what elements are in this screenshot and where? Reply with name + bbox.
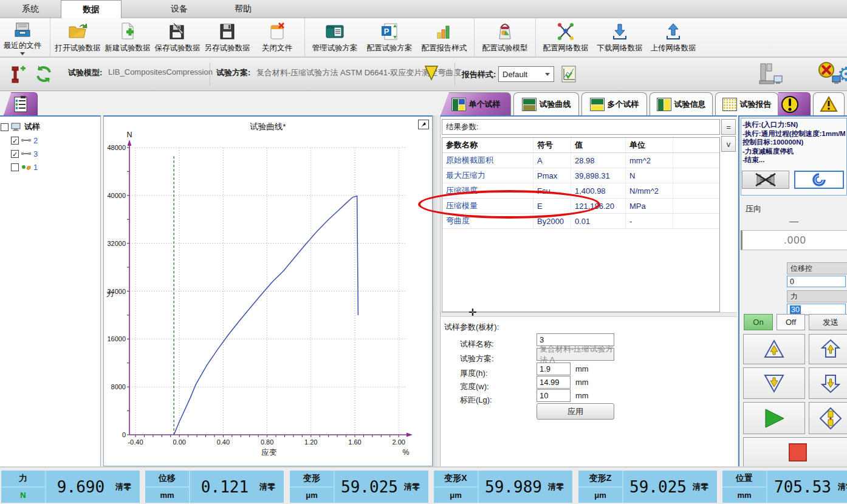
displacement-mode-label[interactable]: 位移控 [787,262,847,274]
save-floppy-pencil-icon [168,21,187,42]
fast-up-button[interactable] [743,334,805,364]
apply-button[interactable]: 应用 [537,403,614,420]
menu-device[interactable]: 设备 [149,0,210,18]
extensometer-disabled-button[interactable] [742,171,789,189]
channel-unit: μm [290,488,334,503]
horizontal-splitter[interactable]: ✛ [441,312,737,317]
zero-button[interactable]: 清零 [259,471,284,503]
tree-item-2-checkbox[interactable] [11,163,19,171]
channel-value: 59.025 [335,471,404,503]
scheme-label: 试验方案: [216,67,250,78]
off-button[interactable]: Off [777,314,805,330]
tree-item[interactable]: 1 [0,160,100,174]
divider [210,63,210,86]
zero-button[interactable]: 清零 [115,471,140,503]
svg-text:2.00: 2.00 [392,438,405,446]
settings-gear-icon[interactable]: ⚙ [837,63,847,86]
menu-help[interactable]: 帮助 [213,0,273,18]
test-curve-icon [522,98,537,111]
session-info-bar: 试验模型: LIB_CompositesCompression 试验方案: 复合… [0,58,847,91]
zero-button[interactable]: 清零 [548,471,572,503]
fast-up-icon [763,339,785,359]
tree-root[interactable]: 试样 [0,120,100,134]
thickness-input[interactable] [537,363,571,375]
tree-item[interactable]: ✓ 2 [0,134,100,147]
open-data-button[interactable]: 打开试验数据 [53,19,103,55]
save-as-data-button[interactable]: 另存试验数据 [202,19,252,55]
width-input[interactable] [537,376,571,389]
save-data-button[interactable]: 保存试验数据 [153,19,202,55]
scroll-down-button[interactable]: v [721,136,736,152]
report-style-button[interactable]: 配置报告样式 [417,19,472,55]
svg-text:N: N [126,131,132,139]
download-network-button[interactable]: 下载网络数据 [593,19,646,55]
close-file-button[interactable]: 关闭文件 [252,19,302,55]
channel-value: 59.025 [623,471,693,503]
network-nodes-icon [556,21,575,42]
force-reading-panel: 力N 9.690 清零 [1,471,140,503]
recent-files-button[interactable]: 最近的文件 [0,19,47,55]
tab-warning[interactable] [813,92,845,115]
force-mode-label[interactable]: 力 [787,290,847,302]
new-specimen-icon[interactable] [7,65,27,84]
panel-menu-button[interactable]: = [721,119,736,135]
tree-item[interactable]: ✓ 3 [0,147,100,160]
tab-specimen-list[interactable] [4,92,38,115]
gauge-unit: mm [575,391,589,400]
tab-test-report[interactable]: 试验报告 [715,92,778,115]
upload-network-button[interactable]: 上传网络数据 [646,19,700,55]
channel-value: 0.121 [190,471,259,503]
stop-button[interactable] [743,437,847,468]
specimen-diamond-icon [819,407,842,430]
tree-item-1-checkbox[interactable]: ✓ [11,150,19,158]
report-style-select[interactable]: Default [498,66,554,82]
results-table: 参数名称 符号 值 单位 原始横截面积 A 28.98 mm^2 最大压缩力 P… [442,137,720,312]
vertical-splitter[interactable] [433,115,441,466]
table-row[interactable]: 压缩强度 Fcu 1,400.98 N/mm^2 [442,183,719,199]
deformation-x-reading-panel: 变形Xμm 59.989 清零 [434,471,572,503]
on-button[interactable]: On [744,314,773,330]
table-row-bending-highlighted[interactable]: 弯曲度 By2000 0.01 - [442,214,719,229]
network-config-button[interactable]: 配置网络数据 [538,19,593,55]
refresh-icon[interactable] [33,64,54,84]
config-scheme-button[interactable]: P 配置试验方案 [362,19,417,55]
table-row[interactable]: 原始横截面积 A 28.98 mm^2 [442,153,719,168]
channel-value: 9.690 [46,471,115,503]
send-button[interactable]: 发送 [809,314,847,330]
gauge-input[interactable] [537,389,571,402]
zero-button[interactable]: 清零 [838,471,847,503]
tab-multi-specimen[interactable]: 多个试样 [581,92,647,115]
tab-test-info[interactable]: 试验信息 [650,92,713,115]
manage-scheme-button[interactable]: 管理试验方案 [307,19,362,55]
zero-button[interactable]: 清零 [693,471,717,503]
step-down-button[interactable] [809,367,847,399]
table-row[interactable]: 最大压缩力 Pmax 39,898.31 N [442,168,719,183]
new-data-button[interactable]: 新建试验数据 [103,19,153,55]
new-file-icon [118,21,137,42]
menu-system[interactable]: 系统 [0,0,61,18]
tab-single-specimen[interactable]: 单个试样 [441,92,511,115]
grip-specimen-button[interactable] [809,402,847,434]
displacement-target-input[interactable]: 0 [787,276,846,287]
menu-data[interactable]: 数据 [61,0,122,18]
close-file-icon [268,21,286,42]
save-as-floppy-icon [218,21,236,42]
zero-button[interactable]: 清零 [404,471,428,503]
publisher-doc-icon: P [380,21,399,42]
filter-triangle-icon[interactable] [424,65,439,81]
report-preview-button[interactable] [560,65,578,83]
results-header-row: 参数名称 符号 值 单位 [442,138,719,153]
tree-item-0-checkbox[interactable]: ✓ [11,137,19,145]
table-row[interactable]: 压缩模量 E 121,186.20 MPa [442,199,719,214]
channel-unit: mm [145,488,189,503]
start-test-button[interactable] [743,402,805,434]
step-up-button[interactable] [809,334,847,364]
config-model-button[interactable]: 配置试验模型 [477,19,533,55]
fast-down-button[interactable] [743,367,805,399]
tab-test-curve[interactable]: 试验曲线 [513,92,579,115]
tree-root-checkbox[interactable] [1,123,9,131]
direction-label: 压向 [746,203,761,214]
machine-status-icon[interactable] [758,63,785,87]
reconnect-button[interactable] [794,171,844,189]
specimen-name-label: 试样名称: [460,339,494,350]
